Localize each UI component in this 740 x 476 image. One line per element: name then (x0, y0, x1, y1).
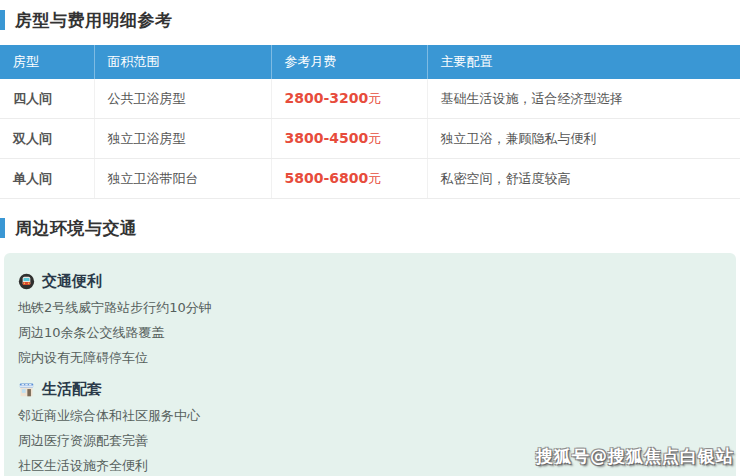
price-range: 3800-4500 (285, 130, 369, 146)
group-header-transport: 交通便利 (18, 272, 722, 291)
col-header-area-range: 面积范围 (94, 45, 271, 79)
price-unit: 元 (368, 91, 381, 106)
store-icon (18, 381, 35, 398)
col-header-main-config: 主要配置 (427, 45, 740, 79)
group-title-living: 生活配套 (42, 380, 102, 399)
col-header-monthly-fee: 参考月费 (271, 45, 427, 79)
table-row: 单人间 独立卫浴带阳台 5800-6800元 私密空间，舒适度较高 (0, 159, 740, 199)
price-range: 5800-6800 (285, 170, 369, 186)
cell-room-type: 单人间 (0, 159, 94, 199)
list-item: 周边10余条公交线路覆盖 (18, 325, 722, 341)
metro-icon (18, 273, 35, 290)
list-item: 社区生活设施齐全便利 (18, 458, 722, 474)
section-heading-room-fees: 房型与费用明细参考 (0, 8, 740, 32)
list-item: 周边医疗资源配套完善 (18, 433, 722, 449)
page: 房型与费用明细参考 房型 面积范围 参考月费 主要配置 四人间 公共卫浴房型 2… (0, 0, 740, 476)
cell-monthly-fee: 3800-4500元 (271, 119, 427, 159)
cell-main-config: 私密空间，舒适度较高 (427, 159, 740, 199)
table-header-row: 房型 面积范围 参考月费 主要配置 (0, 45, 740, 79)
room-fee-table: 房型 面积范围 参考月费 主要配置 四人间 公共卫浴房型 2800-3200元 … (0, 45, 740, 199)
col-header-room-type: 房型 (0, 45, 94, 79)
cell-room-type: 双人间 (0, 119, 94, 159)
table-row: 四人间 公共卫浴房型 2800-3200元 基础生活设施，适合经济型选择 (0, 79, 740, 119)
heading-accent-bar (0, 218, 5, 238)
cell-area-range: 独立卫浴房型 (94, 119, 271, 159)
page-title: 房型与费用明细参考 (15, 9, 173, 32)
section-heading-surroundings: 周边环境与交通 (0, 216, 740, 240)
list-item: 院内设有无障碍停车位 (18, 350, 722, 366)
list-item: 邻近商业综合体和社区服务中心 (18, 408, 722, 424)
cell-monthly-fee: 2800-3200元 (271, 79, 427, 119)
group-header-living: 生活配套 (18, 380, 722, 399)
surroundings-info-box: 交通便利 地铁2号线威宁路站步行约10分钟 周边10余条公交线路覆盖 院内设有无… (4, 253, 736, 476)
price-range: 2800-3200 (285, 90, 369, 106)
price-unit: 元 (368, 131, 381, 146)
table-row: 双人间 独立卫浴房型 3800-4500元 独立卫浴，兼顾隐私与便利 (0, 119, 740, 159)
cell-main-config: 基础生活设施，适合经济型选择 (427, 79, 740, 119)
cell-area-range: 公共卫浴房型 (94, 79, 271, 119)
cell-area-range: 独立卫浴带阳台 (94, 159, 271, 199)
cell-room-type: 四人间 (0, 79, 94, 119)
section-title-surroundings: 周边环境与交通 (15, 217, 138, 240)
cell-monthly-fee: 5800-6800元 (271, 159, 427, 199)
cell-main-config: 独立卫浴，兼顾隐私与便利 (427, 119, 740, 159)
group-title-transport: 交通便利 (42, 272, 102, 291)
price-unit: 元 (368, 171, 381, 186)
heading-accent-bar (0, 10, 5, 30)
list-item: 地铁2号线威宁路站步行约10分钟 (18, 300, 722, 316)
